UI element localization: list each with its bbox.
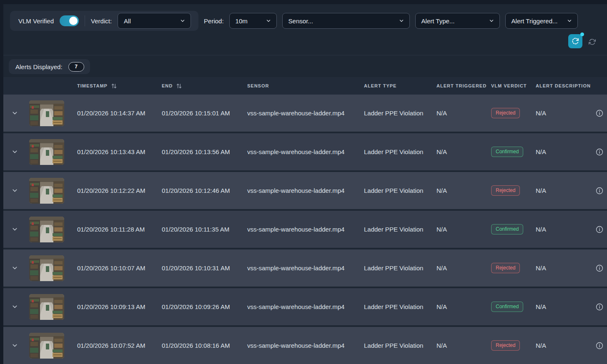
sensor-cell: vss-sample-warehouse-ladder.mp4 — [244, 226, 361, 233]
alerts-displayed-label: Alerts Displayed: — [15, 63, 63, 70]
sensor-cell: vss-sample-warehouse-ladder.mp4 — [244, 303, 361, 310]
end-cell: 01/20/2026 10:09:26 AM — [158, 303, 244, 310]
info-icon — [596, 110, 603, 117]
refresh-icon — [589, 38, 596, 45]
info-icon — [596, 264, 603, 272]
alert-thumbnail[interactable] — [29, 178, 64, 204]
alert-type-cell: Ladder PPE Violation — [361, 187, 433, 194]
alert-thumbnail[interactable] — [29, 217, 64, 242]
row-expand-button[interactable] — [3, 148, 26, 155]
row-expand-button[interactable] — [3, 110, 26, 117]
info-icon — [596, 226, 603, 233]
alert-thumbnail[interactable] — [29, 100, 64, 126]
row-info-button[interactable] — [592, 226, 607, 233]
sort-icon[interactable] — [176, 83, 182, 89]
alert-description-cell: N/A — [532, 264, 592, 272]
alert-thumbnail[interactable] — [29, 333, 64, 359]
row-info-button[interactable] — [592, 148, 607, 156]
verdict-label: Verdict: — [91, 17, 112, 25]
end-cell: 01/20/2026 10:12:46 AM — [158, 187, 244, 194]
chevron-down-icon — [11, 187, 18, 194]
sort-icon[interactable] — [111, 83, 117, 89]
chevron-down-icon — [11, 342, 18, 349]
end-cell: 01/20/2026 10:08:16 AM — [158, 342, 244, 349]
alert-description-cell: N/A — [532, 187, 592, 194]
alert-type-cell: Ladder PPE Violation — [361, 148, 433, 155]
alert-triggered-cell: N/A — [433, 264, 488, 272]
alert-triggered-select[interactable]: Alert Triggered... — [505, 13, 578, 29]
table-row: 01/20/2026 10:14:37 AM 01/20/2026 10:15:… — [3, 95, 607, 132]
row-info-button[interactable] — [592, 110, 607, 117]
info-icon — [596, 187, 603, 194]
vlm-verdict-badge: Confirmed — [491, 224, 523, 234]
main-panel: VLM Verified Verdict: All Period: 10m Se… — [3, 4, 607, 364]
alert-type-cell: Ladder PPE Violation — [361, 110, 433, 117]
alert-triggered-cell: N/A — [433, 303, 488, 310]
row-info-button[interactable] — [592, 303, 607, 311]
filter-bar: VLM Verified Verdict: All Period: 10m Se… — [3, 4, 607, 55]
alert-triggered-select-placeholder: Alert Triggered... — [512, 17, 558, 25]
vlm-verdict-badge: Rejected — [491, 263, 520, 273]
period-select-value: 10m — [236, 17, 248, 25]
vlm-verified-toggle[interactable] — [60, 15, 79, 26]
alert-type-select[interactable]: Alert Type... — [415, 13, 500, 29]
timestamp-cell: 01/20/2026 10:12:22 AM — [74, 187, 158, 194]
verdict-select[interactable]: All — [118, 13, 191, 29]
period-select[interactable]: 10m — [229, 13, 277, 29]
column-header-alert-triggered: ALERT TRIGGERED — [433, 83, 488, 88]
refresh-button[interactable] — [588, 37, 596, 46]
table-row: 01/20/2026 10:12:22 AM 01/20/2026 10:12:… — [3, 172, 607, 209]
alert-triggered-cell: N/A — [433, 110, 488, 117]
alert-description-cell: N/A — [532, 226, 592, 233]
alerts-count-badge: 7 — [68, 62, 84, 72]
vlm-verified-label: VLM Verified — [18, 17, 54, 25]
table-header: TIMESTAMP END SENSOR ALERT TYPE ALERT TR… — [3, 77, 607, 95]
alert-thumbnail[interactable] — [29, 139, 64, 165]
alert-triggered-cell: N/A — [433, 148, 488, 155]
row-expand-button[interactable] — [3, 303, 26, 310]
row-info-button[interactable] — [592, 264, 607, 272]
chevron-down-icon — [11, 148, 18, 155]
sensor-cell: vss-sample-warehouse-ladder.mp4 — [244, 148, 361, 155]
row-info-button[interactable] — [592, 342, 607, 349]
timestamp-cell: 01/20/2026 10:14:37 AM — [74, 110, 158, 117]
info-icon — [596, 148, 603, 156]
alert-thumbnail[interactable] — [29, 255, 64, 281]
divider — [85, 15, 85, 26]
alert-type-cell: Ladder PPE Violation — [361, 342, 433, 349]
vlm-verdict-badge: Confirmed — [491, 302, 523, 312]
chevron-down-icon — [266, 18, 271, 24]
table-row: 01/20/2026 10:13:43 AM 01/20/2026 10:13:… — [3, 133, 607, 170]
toggle-knob — [69, 17, 78, 25]
vlm-verdict-badge: Rejected — [491, 108, 520, 118]
vlm-verdict-badge: Rejected — [491, 340, 520, 351]
sensor-select[interactable]: Sensor... — [282, 13, 410, 29]
row-expand-button[interactable] — [3, 264, 26, 272]
chevron-down-icon — [11, 110, 18, 117]
vlm-verdict-badge: Confirmed — [491, 147, 523, 157]
row-expand-button[interactable] — [3, 226, 26, 233]
column-header-alert-description: ALERT DESCRIPTION — [532, 83, 592, 88]
alert-type-cell: Ladder PPE Violation — [361, 303, 433, 310]
chevron-down-icon — [489, 18, 494, 24]
row-info-button[interactable] — [592, 187, 607, 194]
chevron-down-icon — [11, 264, 18, 272]
alerts-table-body: 01/20/2026 10:14:37 AM 01/20/2026 10:15:… — [3, 95, 607, 364]
column-header-end[interactable]: END — [158, 83, 244, 89]
alert-history-button[interactable] — [568, 34, 582, 48]
history-icon — [572, 37, 579, 45]
alert-triggered-cell: N/A — [433, 342, 488, 349]
alert-thumbnail[interactable] — [29, 294, 64, 320]
column-header-vlm-verdict: VLM VERDICT — [488, 83, 532, 88]
chevron-down-icon — [399, 18, 404, 24]
alert-description-cell: N/A — [532, 110, 592, 117]
end-cell: 01/20/2026 10:13:56 AM — [158, 148, 244, 155]
vlm-verdict-badge: Rejected — [491, 185, 520, 196]
alert-triggered-cell: N/A — [433, 187, 488, 194]
row-expand-button[interactable] — [3, 187, 26, 194]
row-expand-button[interactable] — [3, 342, 26, 349]
chevron-down-icon — [180, 18, 186, 24]
column-header-timestamp[interactable]: TIMESTAMP — [74, 83, 158, 89]
timestamp-cell: 01/20/2026 10:09:13 AM — [74, 303, 158, 310]
timestamp-cell: 01/20/2026 10:10:07 AM — [74, 264, 158, 272]
